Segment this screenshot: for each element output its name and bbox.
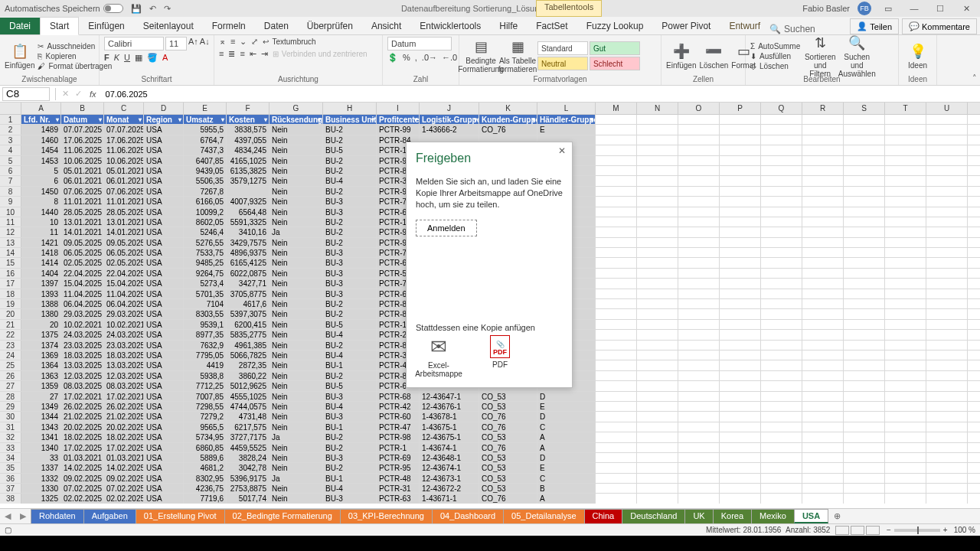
- cell[interactable]: 1359: [21, 381, 61, 390]
- cell[interactable]: 33: [21, 453, 61, 462]
- fill-button[interactable]: ⬇ Ausfüllen: [750, 52, 800, 60]
- cell[interactable]: BU-2: [323, 238, 377, 247]
- cell[interactable]: BU-3: [323, 453, 377, 462]
- row-32[interactable]: 32: [0, 432, 21, 442]
- row-22[interactable]: 22: [0, 330, 21, 339]
- cell[interactable]: A: [537, 494, 596, 503]
- cell[interactable]: 7267,8: [184, 187, 227, 196]
- cell[interactable]: 1453: [21, 156, 61, 165]
- sheet-Mexiko[interactable]: Mexiko: [751, 509, 795, 523]
- cell[interactable]: D: [537, 412, 596, 421]
- autosave-toggle[interactable]: Automatisches Speichern: [5, 4, 123, 13]
- font-size[interactable]: 11: [165, 37, 187, 51]
- cell[interactable]: 12-43675-1: [420, 432, 479, 442]
- cell[interactable]: USA: [144, 207, 184, 217]
- cell[interactable]: Nein: [270, 187, 323, 196]
- cell[interactable]: 18.02.2025: [104, 432, 144, 442]
- cell[interactable]: BU-3: [323, 289, 377, 298]
- cell[interactable]: D: [537, 453, 596, 462]
- cell[interactable]: 5017,74: [227, 494, 270, 503]
- cell[interactable]: 11: [21, 227, 61, 236]
- cell[interactable]: 10099,2: [184, 207, 227, 217]
- autosum-button[interactable]: Σ AutoSumme: [750, 42, 800, 51]
- cell[interactable]: CO_76: [479, 443, 537, 452]
- cell[interactable]: Nein: [270, 484, 323, 493]
- number-format[interactable]: Datum: [387, 37, 452, 51]
- row-6[interactable]: 6: [0, 166, 21, 175]
- cell[interactable]: Ja: [270, 227, 323, 236]
- col-J[interactable]: J: [420, 103, 479, 114]
- cell[interactable]: 3429,7575: [227, 238, 270, 247]
- cell[interactable]: 1325: [21, 494, 61, 503]
- col-E[interactable]: E: [184, 103, 227, 114]
- header-11[interactable]: Händler-Gruppe: [537, 115, 596, 124]
- cell[interactable]: D: [537, 392, 596, 401]
- cell[interactable]: Nein: [270, 299, 323, 308]
- cell[interactable]: 6764,7: [184, 135, 227, 145]
- minimize-icon[interactable]: —: [905, 4, 923, 13]
- col-O[interactable]: O: [678, 103, 720, 114]
- cell[interactable]: 07.02.2025: [61, 484, 104, 493]
- cell[interactable]: 12-43676-1: [420, 402, 479, 411]
- cell[interactable]: BU-2: [323, 371, 377, 380]
- cell[interactable]: BU-5: [323, 381, 377, 390]
- cell[interactable]: 1440: [21, 207, 61, 217]
- cell[interactable]: BU-2: [323, 341, 377, 350]
- sheet-Deutschland[interactable]: Deutschland: [622, 509, 685, 523]
- cell[interactable]: BU-2: [323, 299, 377, 308]
- cell[interactable]: 26.02.2025: [61, 402, 104, 411]
- cell[interactable]: 12.03.2025: [104, 371, 144, 380]
- col-T[interactable]: T: [885, 103, 926, 114]
- cell[interactable]: Nein: [270, 453, 323, 462]
- col-A[interactable]: A: [21, 103, 61, 114]
- cell[interactable]: Nein: [270, 156, 323, 165]
- cell[interactable]: 6217,575: [227, 422, 270, 432]
- cell[interactable]: 09.05.2025: [61, 238, 104, 247]
- cell[interactable]: 13.03.2025: [61, 360, 104, 370]
- cell[interactable]: 26.02.2025: [104, 402, 144, 411]
- cell[interactable]: 10.02.2021: [61, 320, 104, 329]
- sheet-02_Bedingte Formatierung[interactable]: 02_Bedingte Formatierung: [224, 509, 341, 523]
- cell[interactable]: 7007,85: [184, 392, 227, 401]
- shrink-font-icon[interactable]: A↓: [200, 37, 210, 51]
- header-0[interactable]: Lfd. Nr.: [21, 115, 61, 124]
- cell[interactable]: BU-3: [323, 207, 377, 217]
- header-7[interactable]: Business Unit: [323, 115, 377, 124]
- col-L[interactable]: L: [537, 103, 596, 114]
- share-button[interactable]: 👤Teilen: [850, 18, 899, 34]
- cell[interactable]: 7632,9: [184, 341, 227, 350]
- cell[interactable]: 4236,75: [184, 484, 227, 493]
- cell[interactable]: BU-3: [323, 392, 377, 401]
- tab-review[interactable]: Überprüfen: [298, 18, 362, 34]
- cell[interactable]: USA: [144, 443, 184, 452]
- login-button[interactable]: Anmelden: [416, 220, 477, 236]
- cell[interactable]: 3860,22: [227, 371, 270, 380]
- cell[interactable]: 6407,85: [184, 156, 227, 165]
- cell[interactable]: Nein: [270, 412, 323, 421]
- sheet-Korea[interactable]: Korea: [713, 509, 752, 523]
- cell[interactable]: Nein: [270, 360, 323, 370]
- cell[interactable]: 9565,5: [184, 422, 227, 432]
- row-17[interactable]: 17: [0, 279, 21, 288]
- col-S[interactable]: S: [844, 103, 885, 114]
- row-28[interactable]: 28: [0, 392, 21, 401]
- collapse-ribbon-icon[interactable]: ˄: [972, 73, 977, 83]
- cell[interactable]: 8602,05: [184, 217, 227, 227]
- formula-value[interactable]: 07.06.2025: [101, 90, 980, 99]
- cell[interactable]: 3579,1275: [227, 176, 270, 185]
- cancel-icon[interactable]: ✕: [59, 89, 72, 99]
- cell[interactable]: 05.01.2021: [61, 166, 104, 175]
- cell[interactable]: Nein: [270, 309, 323, 318]
- cell[interactable]: BU-3: [323, 197, 377, 206]
- cell[interactable]: Nein: [270, 145, 323, 155]
- cell[interactable]: 10: [21, 217, 61, 227]
- cell[interactable]: Nein: [270, 422, 323, 432]
- row-15[interactable]: 15: [0, 258, 21, 267]
- cell[interactable]: C: [537, 422, 596, 432]
- cell[interactable]: E: [537, 402, 596, 411]
- cell[interactable]: 13.01.2021: [104, 217, 144, 227]
- cell[interactable]: 4617,6: [227, 299, 270, 308]
- col-M[interactable]: M: [596, 103, 637, 114]
- cell[interactable]: 3705,8775: [227, 289, 270, 298]
- cell[interactable]: CO_76: [479, 125, 537, 134]
